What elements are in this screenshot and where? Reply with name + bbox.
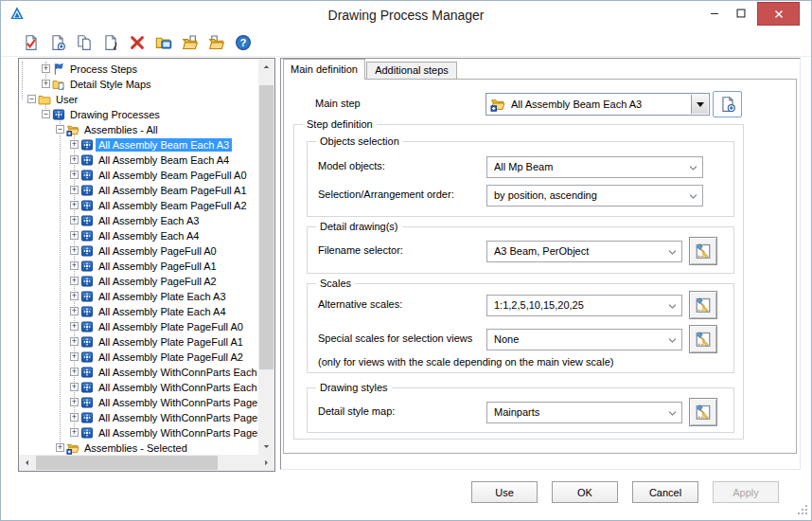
tree-item[interactable]: +All Assembly Beam PageFull A1 xyxy=(19,183,258,198)
tree-item[interactable]: +All Assembly Plate PageFull A0 xyxy=(19,319,258,334)
copy-button[interactable] xyxy=(75,33,94,52)
edit-detail-style-map-button[interactable] xyxy=(689,398,717,426)
tree-vertical-scrollbar[interactable] xyxy=(258,59,274,455)
tree-item-label[interactable]: All Assembly WithConnParts PageFull A1 xyxy=(96,411,258,424)
tree-item[interactable]: +All Assembly Plate PageFull A1 xyxy=(19,334,258,350)
tree-expander-plus[interactable]: + xyxy=(70,322,79,331)
tree-item-label[interactable]: All Assembly WithConnParts PageFull A0 xyxy=(96,396,258,409)
maximize-button[interactable] xyxy=(729,2,753,24)
titlebar[interactable]: Drawing Process Manager xyxy=(1,1,811,29)
tree-item-label[interactable]: User xyxy=(53,93,80,106)
tree-expander-plus[interactable]: + xyxy=(70,413,79,422)
tree-item-label[interactable]: Drawing Processes xyxy=(67,108,163,121)
tree-item[interactable]: −Assemblies - All xyxy=(19,122,258,137)
detail-style-map-combobox[interactable]: Mainparts xyxy=(486,402,682,423)
validate-button[interactable] xyxy=(22,33,41,52)
tree-item[interactable]: +All Assembly WithConnParts PageFull A1 xyxy=(19,410,258,425)
tree-item-label[interactable]: All Assembly PageFull A0 xyxy=(96,244,220,258)
tree-expander-minus[interactable]: − xyxy=(56,125,64,134)
scroll-right-arrow[interactable] xyxy=(258,455,274,471)
tree-item-label[interactable]: All Assembly Plate PageFull A1 xyxy=(96,335,246,349)
tree-item-label[interactable]: All Assembly Each A3 xyxy=(96,214,202,227)
tree-item[interactable]: +Assemblies - Selected xyxy=(19,440,258,455)
alternative-scales-combobox[interactable]: 1:1,2,5,10,15,20,25 xyxy=(486,295,682,316)
help-button[interactable]: ? xyxy=(234,33,253,52)
edit-filename-selector-button[interactable] xyxy=(689,237,717,265)
tree-item[interactable]: +All Assembly Each A3 xyxy=(19,213,258,228)
tree-expander-plus[interactable]: + xyxy=(70,155,79,164)
tree-item-label[interactable]: Assemblies - All xyxy=(81,123,161,136)
tree-expander-plus[interactable]: + xyxy=(70,140,79,149)
scroll-up-arrow[interactable] xyxy=(258,59,274,75)
horizontal-scroll-thumb[interactable] xyxy=(36,456,218,470)
edit-special-scales-button[interactable] xyxy=(689,325,717,353)
tree-expander-minus[interactable]: − xyxy=(27,95,36,103)
tree-item[interactable]: +Detail Style Maps xyxy=(19,77,258,92)
tree-item[interactable]: +All Assembly Beam PageFull A2 xyxy=(19,198,258,213)
tree-expander-plus[interactable]: + xyxy=(70,186,79,194)
tab-additional-steps[interactable]: Additional steps xyxy=(366,62,457,80)
tree-expander-plus[interactable]: + xyxy=(70,292,79,300)
tree-expander-plus[interactable]: + xyxy=(70,428,79,437)
tree-expander-plus[interactable]: + xyxy=(70,337,79,346)
tree-item-label[interactable]: All Assembly Beam PageFull A1 xyxy=(96,184,250,197)
tree-item[interactable]: +All Assembly Plate Each A3 xyxy=(19,289,258,304)
tree-item[interactable]: −Drawing Processes xyxy=(19,107,258,122)
tree-expander-plus[interactable]: + xyxy=(70,383,79,391)
tree-item-label[interactable]: All Assembly Beam Each A4 xyxy=(96,153,232,167)
tree-expander-plus[interactable]: + xyxy=(56,443,64,452)
tree-item[interactable]: +All Assembly PageFull A1 xyxy=(19,259,258,274)
tree-item[interactable]: +Process Steps xyxy=(19,62,258,77)
tree-expander-plus[interactable]: + xyxy=(70,261,79,270)
main-step-combobox[interactable]: All Assembly Beam Each A3 xyxy=(485,93,710,116)
resize-grip[interactable] xyxy=(796,503,807,514)
tree-expander-plus[interactable]: + xyxy=(70,352,79,361)
tree-item-label[interactable]: All Assembly Plate PageFull A0 xyxy=(96,320,246,333)
tree-item-label[interactable]: All Assembly WithConnParts Each A4 xyxy=(96,381,258,394)
tree-item[interactable]: −User xyxy=(19,92,258,107)
tree-expander-plus[interactable]: + xyxy=(70,277,79,285)
new-step-button[interactable] xyxy=(713,91,742,117)
tree-expander-plus[interactable]: + xyxy=(70,246,79,255)
tree-item[interactable]: +All Assembly Each A4 xyxy=(19,228,258,243)
tree-item-label[interactable]: Process Steps xyxy=(67,63,140,76)
tree-item-label[interactable]: All Assembly Plate Each A3 xyxy=(96,290,229,303)
selection-order-combobox[interactable]: by position, ascending xyxy=(486,185,703,207)
minimize-button[interactable] xyxy=(702,2,727,24)
tree-item[interactable]: +All Assembly WithConnParts PageFull A2 xyxy=(19,425,258,440)
tree-item[interactable]: +All Assembly Plate PageFull A2 xyxy=(19,350,258,365)
tree-expander-plus[interactable]: + xyxy=(70,231,79,240)
tree-expander-plus[interactable]: + xyxy=(70,398,79,406)
tree-item-label[interactable]: All Assembly PageFull A1 xyxy=(96,260,220,273)
tree-item[interactable]: +All Assembly PageFull A2 xyxy=(19,274,258,289)
new-process-button[interactable] xyxy=(48,33,67,52)
special-scales-combobox[interactable]: None xyxy=(486,329,682,350)
tree-item-label[interactable]: Assemblies - Selected xyxy=(81,441,190,455)
tree-item-label[interactable]: All Assembly Plate Each A4 xyxy=(96,305,229,318)
paste-button[interactable] xyxy=(101,33,120,52)
tree-item[interactable]: +All Assembly WithConnParts PageFull A0 xyxy=(19,395,258,410)
export-button[interactable] xyxy=(207,33,226,52)
tree-expander-plus[interactable]: + xyxy=(70,216,79,225)
filename-selector-combobox[interactable]: A3 Beam, PerObject xyxy=(486,241,682,262)
tree-item-label[interactable]: All Assembly Plate PageFull A2 xyxy=(96,350,246,364)
use-button[interactable]: Use xyxy=(471,481,538,503)
tree-item-label[interactable]: All Assembly WithConnParts Each A3 xyxy=(96,366,258,379)
tree-item-label[interactable]: All Assembly PageFull A2 xyxy=(96,275,220,288)
tree-item[interactable]: +All Assembly Beam PageFull A0 xyxy=(19,168,258,183)
ok-button[interactable]: OK xyxy=(552,481,618,503)
tree-horizontal-scrollbar[interactable] xyxy=(19,455,274,471)
folder-update-button[interactable] xyxy=(154,33,173,52)
tree-item-label[interactable]: All Assembly Each A4 xyxy=(96,229,202,243)
close-button[interactable] xyxy=(757,2,800,26)
tree-item-label[interactable]: All Assembly Beam Each A3 xyxy=(96,138,232,152)
tab-main-definition[interactable]: Main definition xyxy=(283,59,365,80)
tree-expander-plus[interactable]: + xyxy=(42,80,50,88)
tree-item-label[interactable]: Detail Style Maps xyxy=(67,78,154,91)
model-objects-combobox[interactable]: All Mp Beam xyxy=(486,156,703,178)
tree-item[interactable]: +All Assembly WithConnParts Each A4 xyxy=(19,380,258,395)
tree-item[interactable]: +All Assembly Plate Each A4 xyxy=(19,304,258,319)
tree-expander-plus[interactable]: + xyxy=(70,307,79,315)
tree-expander-plus[interactable]: + xyxy=(70,201,79,209)
main-step-dropdown-button[interactable] xyxy=(691,95,708,114)
